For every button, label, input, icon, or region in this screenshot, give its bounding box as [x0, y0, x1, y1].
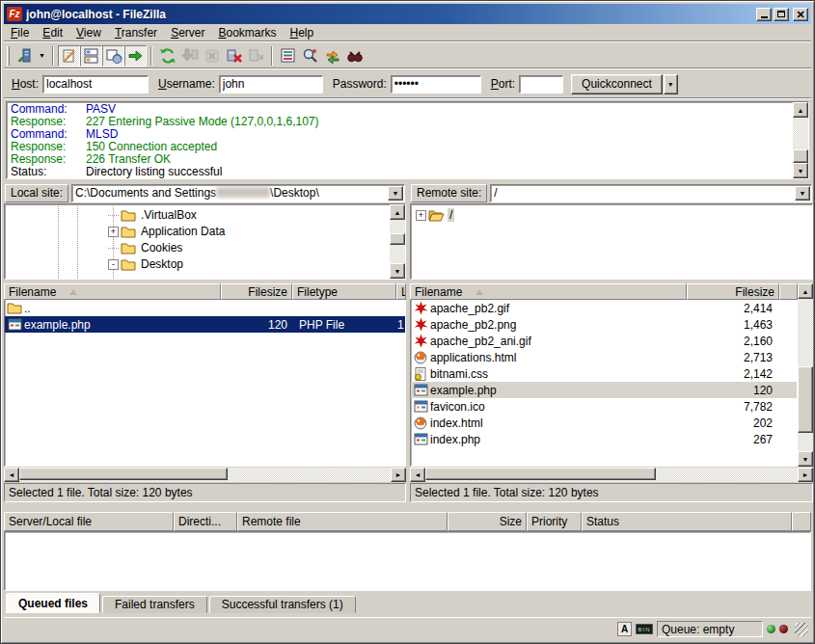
- remote-horizontal-scrollbar[interactable]: ◄ ►: [410, 468, 813, 482]
- collapse-icon[interactable]: -: [108, 259, 119, 270]
- scroll-left-button[interactable]: ◄: [410, 468, 425, 482]
- tree-item-cookies[interactable]: Cookies: [108, 240, 184, 255]
- column-header-filename[interactable]: Filename: [4, 283, 221, 300]
- file-row[interactable]: apache_pb2.gif 2,414: [411, 300, 797, 316]
- transfer-type-ascii-icon[interactable]: A: [617, 622, 632, 636]
- titlebar[interactable]: Fz john@localhost - FileZilla ✕: [4, 4, 811, 24]
- binary-indicator-icon[interactable]: BIN: [636, 624, 653, 634]
- log-scrollbar[interactable]: ▲ ▼: [793, 102, 808, 178]
- queue-column-direction[interactable]: Directi...: [174, 512, 237, 531]
- scroll-thumb[interactable]: [390, 233, 405, 245]
- cancel-operation-button[interactable]: [201, 45, 223, 67]
- synchronized-browsing-button[interactable]: [321, 45, 343, 67]
- file-row[interactable]: index.php 267: [411, 431, 797, 447]
- maximize-icon: [777, 11, 785, 17]
- maximize-button[interactable]: [774, 8, 789, 21]
- queue-column-size[interactable]: Size: [448, 512, 527, 531]
- password-input[interactable]: [391, 75, 481, 94]
- tab-queued-files[interactable]: Queued files: [6, 593, 100, 613]
- menu-transfer[interactable]: Transfer: [108, 25, 164, 40]
- file-row[interactable]: bitnami.css 2,142: [411, 365, 797, 382]
- tree-item-root[interactable]: + /: [416, 207, 454, 223]
- site-manager-dropdown[interactable]: ▼: [36, 45, 48, 67]
- quickconnect-button[interactable]: Quickconnect: [571, 74, 663, 94]
- menu-view[interactable]: View: [69, 25, 108, 40]
- toggle-remote-tree-button[interactable]: [102, 45, 124, 67]
- resize-grip[interactable]: [795, 623, 808, 636]
- queue-column-priority[interactable]: Priority: [527, 512, 582, 531]
- expand-icon[interactable]: +: [416, 210, 426, 221]
- tree-item-application-data[interactable]: + Application Data: [108, 224, 227, 239]
- remote-combo-dropdown[interactable]: ▼: [795, 186, 810, 201]
- site-manager-button[interactable]: [14, 45, 36, 67]
- queue-column-status[interactable]: Status: [582, 512, 792, 531]
- menu-edit[interactable]: Edit: [36, 25, 69, 40]
- column-header-filetype[interactable]: Filetype: [292, 283, 396, 300]
- local-horizontal-scrollbar[interactable]: ◄ ►: [4, 468, 406, 482]
- close-button[interactable]: ✕: [793, 8, 808, 21]
- file-row[interactable]: favicon.ico 7,782: [411, 398, 797, 415]
- port-input[interactable]: [519, 75, 563, 94]
- file-row[interactable]: apache_pb2.png 1,463: [411, 316, 797, 333]
- scroll-thumb[interactable]: [19, 468, 228, 480]
- menu-help[interactable]: Help: [284, 25, 321, 40]
- local-combo-dropdown[interactable]: ▼: [388, 186, 403, 201]
- scroll-thumb[interactable]: [793, 149, 808, 163]
- directory-comparison-button[interactable]: [299, 45, 321, 67]
- file-row-example-php[interactable]: example.php 120 PHP File 1: [5, 316, 405, 333]
- directory-filters-button[interactable]: [277, 45, 299, 67]
- scroll-up-button[interactable]: ▲: [390, 204, 405, 220]
- remote-site-combo[interactable]: / ▼: [490, 184, 812, 202]
- host-input[interactable]: [42, 75, 149, 94]
- queue-column-remote-file[interactable]: Remote file: [237, 512, 448, 531]
- column-header-last-modified[interactable]: L: [396, 283, 406, 300]
- toggle-transfer-queue-button[interactable]: [124, 45, 147, 67]
- disconnect-button[interactable]: [223, 45, 245, 67]
- process-queue-button[interactable]: [178, 45, 201, 67]
- queue-column-server-local-file[interactable]: Server/Local file: [4, 512, 174, 531]
- column-header-filename[interactable]: Filename: [410, 283, 687, 300]
- tab-failed-transfers[interactable]: Failed transfers: [102, 596, 207, 613]
- scroll-thumb[interactable]: [798, 366, 813, 434]
- scroll-right-button[interactable]: ►: [391, 468, 406, 482]
- scroll-track[interactable]: [425, 468, 798, 482]
- scroll-down-button[interactable]: ▼: [793, 163, 808, 178]
- local-site-combo[interactable]: C:\Documents and Settings\Desktop\ ▼: [71, 184, 405, 202]
- scroll-track[interactable]: [798, 299, 813, 451]
- scroll-thumb[interactable]: [425, 468, 656, 480]
- column-header-filesize[interactable]: Filesize: [221, 283, 292, 300]
- column-header-filesize[interactable]: Filesize: [687, 283, 779, 300]
- scroll-track[interactable]: [390, 220, 405, 263]
- refresh-button[interactable]: [156, 45, 178, 67]
- scroll-up-button[interactable]: ▲: [798, 283, 813, 299]
- minimize-button[interactable]: [756, 8, 772, 21]
- toolbar-grip[interactable]: [7, 46, 10, 66]
- username-input[interactable]: [219, 75, 323, 94]
- scroll-down-button[interactable]: ▼: [390, 263, 405, 279]
- scroll-down-button[interactable]: ▼: [798, 451, 813, 467]
- scroll-track[interactable]: [19, 468, 391, 482]
- reconnect-button[interactable]: [245, 45, 267, 67]
- menu-bookmarks[interactable]: Bookmarks: [211, 25, 283, 40]
- expand-icon[interactable]: +: [108, 227, 119, 237]
- file-row[interactable]: apache_pb2_ani.gif 2,160: [411, 333, 797, 349]
- scroll-track[interactable]: [793, 118, 808, 163]
- find-files-button[interactable]: [343, 45, 366, 67]
- tab-successful-transfers[interactable]: Successful transfers (1): [209, 596, 356, 613]
- file-row[interactable]: applications.html 2,713: [411, 349, 797, 365]
- tree-item-virtualbox[interactable]: .VirtualBox: [108, 207, 199, 223]
- toggle-local-tree-button[interactable]: [80, 45, 102, 67]
- quickconnect-dropdown[interactable]: ▼: [664, 74, 678, 94]
- local-tree-scrollbar[interactable]: ▲ ▼: [390, 204, 405, 279]
- scroll-up-button[interactable]: ▲: [793, 102, 808, 118]
- scroll-left-button[interactable]: ◄: [4, 468, 19, 482]
- file-row[interactable]: index.html 202: [411, 415, 797, 431]
- menu-server[interactable]: Server: [164, 25, 211, 40]
- menu-file[interactable]: File: [4, 25, 36, 40]
- tree-item-desktop[interactable]: - Desktop: [108, 256, 185, 272]
- file-row-selected[interactable]: example.php 120: [411, 382, 797, 398]
- file-row-parent-dir[interactable]: ..: [5, 300, 405, 316]
- remote-list-scrollbar[interactable]: ▲ ▼: [798, 283, 813, 467]
- toggle-message-log-button[interactable]: [58, 45, 80, 67]
- scroll-right-button[interactable]: ►: [798, 468, 813, 482]
